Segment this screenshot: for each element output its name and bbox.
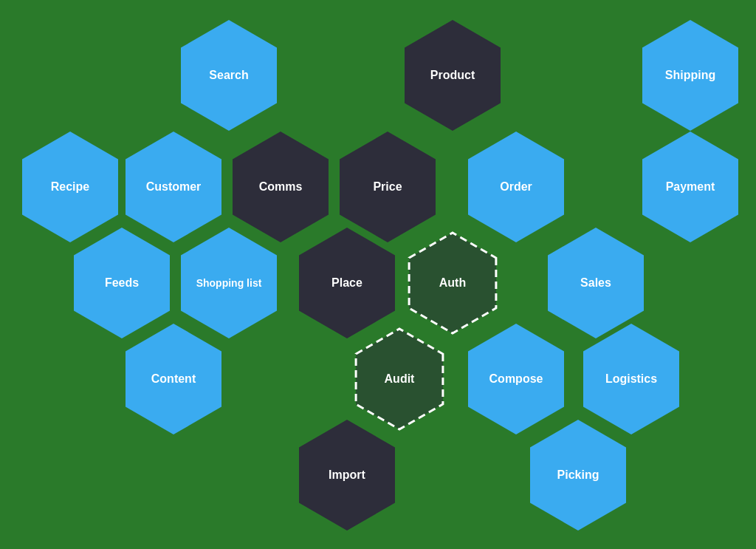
hex-label-logistics: Logistics <box>583 324 679 434</box>
hex-label-product: Product <box>405 20 501 131</box>
hex-label-import: Import <box>299 420 395 531</box>
hex-label-search: Search <box>181 20 277 131</box>
hex-place[interactable]: Place <box>299 228 395 338</box>
hex-label-order: Order <box>468 132 564 242</box>
hex-logistics[interactable]: Logistics <box>583 324 679 434</box>
hex-label-sales: Sales <box>548 228 644 338</box>
hex-label-audit: Audit <box>351 324 447 434</box>
hex-label-payment: Payment <box>642 132 738 242</box>
hex-label-price: Price <box>340 132 436 242</box>
hex-label-shopping-list: Shopping list <box>181 228 277 338</box>
hex-label-comms: Comms <box>233 132 329 242</box>
hex-product[interactable]: Product <box>405 20 501 131</box>
hex-payment[interactable]: Payment <box>642 132 738 242</box>
hex-comms[interactable]: Comms <box>233 132 329 242</box>
hex-compose[interactable]: Compose <box>468 324 564 434</box>
hex-shipping[interactable]: Shipping <box>642 20 738 131</box>
hex-auth[interactable]: Auth <box>405 228 501 338</box>
hex-audit[interactable]: Audit <box>351 324 447 434</box>
hex-label-picking: Picking <box>530 420 626 531</box>
hex-import[interactable]: Import <box>299 420 395 531</box>
hex-label-shipping: Shipping <box>642 20 738 131</box>
hex-content[interactable]: Content <box>126 324 221 434</box>
hex-feeds[interactable]: Feeds <box>74 228 170 338</box>
hex-order[interactable]: Order <box>468 132 564 242</box>
hex-search[interactable]: Search <box>181 20 277 131</box>
hex-label-compose: Compose <box>468 324 564 434</box>
hex-picking[interactable]: Picking <box>530 420 626 531</box>
hex-label-recipe: Recipe <box>22 132 118 242</box>
hex-label-place: Place <box>299 228 395 338</box>
hex-sales[interactable]: Sales <box>548 228 644 338</box>
hex-label-feeds: Feeds <box>74 228 170 338</box>
hexagon-map: SearchRecipeCustomerCommsPriceProductOrd… <box>0 0 756 549</box>
hex-label-content: Content <box>126 324 221 434</box>
hex-customer[interactable]: Customer <box>126 132 221 242</box>
hex-recipe[interactable]: Recipe <box>22 132 118 242</box>
hex-label-auth: Auth <box>405 228 501 338</box>
hex-shopping-list[interactable]: Shopping list <box>181 228 277 338</box>
hex-price[interactable]: Price <box>340 132 436 242</box>
hex-label-customer: Customer <box>126 132 221 242</box>
